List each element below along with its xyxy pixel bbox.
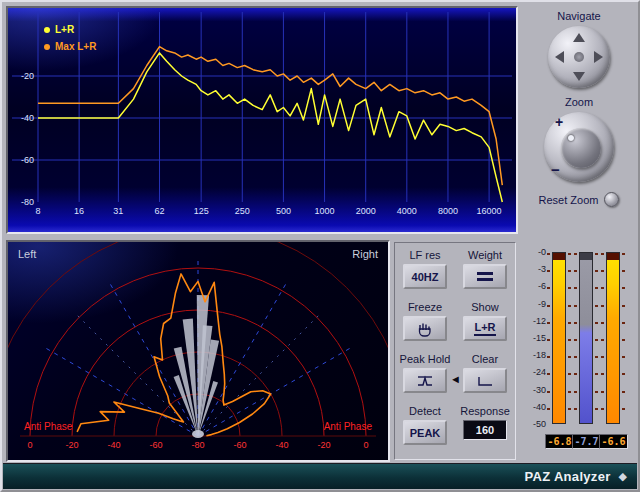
controls-panel: LF res 40HZ Weight Freeze Show L+R Peak … bbox=[394, 242, 516, 460]
phase-grid-radial bbox=[110, 284, 198, 436]
waves-logo-icon: ◆ bbox=[619, 470, 627, 483]
phase-axis-label: -20 bbox=[317, 440, 330, 450]
phase-axis-label: -40 bbox=[275, 440, 288, 450]
db-axis-label: -20 bbox=[12, 71, 34, 81]
db-axis-label: -80 bbox=[12, 197, 34, 207]
detect-button[interactable]: PEAK bbox=[403, 420, 447, 445]
legend-item-max-lr: Max L+R bbox=[44, 41, 96, 52]
navigate-zoom-section: Navigate Zoom + − Reset Zoom bbox=[522, 6, 636, 238]
freq-axis-label: 16 bbox=[74, 206, 84, 216]
meter-readout-left: -6.8 bbox=[545, 434, 574, 449]
spectrum-display: L+R Max L+R -20-40-60-80 816316212525050… bbox=[6, 6, 518, 234]
meter-scale-label: -6 bbox=[520, 281, 546, 291]
spectrum-trace bbox=[38, 47, 502, 186]
anti-phase-label-right: Anti Phase bbox=[324, 421, 372, 432]
navigate-up-icon[interactable] bbox=[573, 33, 585, 42]
freq-axis-label: 4000 bbox=[397, 206, 417, 216]
phase-grid-radial bbox=[198, 312, 322, 436]
peak-hold-label: Peak Hold bbox=[400, 353, 451, 365]
weight-label: Weight bbox=[468, 249, 502, 261]
legend-color-dot bbox=[44, 27, 50, 33]
paz-analyzer-window: L+R Max L+R -20-40-60-80 816316212525050… bbox=[0, 0, 640, 492]
meter-scale-label: -12 bbox=[520, 316, 546, 326]
freq-axis-label: 8 bbox=[35, 206, 40, 216]
freeze-button[interactable] bbox=[403, 316, 447, 341]
level-meter-mid bbox=[579, 252, 593, 424]
spectrum-legend: L+R Max L+R bbox=[44, 24, 96, 52]
meter-fill bbox=[553, 253, 565, 423]
freq-axis-label: 1000 bbox=[315, 206, 335, 216]
freq-axis-label: 2000 bbox=[356, 206, 376, 216]
phase-axis-label: -60 bbox=[233, 440, 246, 450]
show-label: Show bbox=[471, 301, 499, 313]
meter-scale-label: -24 bbox=[520, 367, 546, 377]
level-meter-right bbox=[606, 252, 620, 424]
phase-axis-label: 0 bbox=[27, 440, 32, 450]
zoom-knob-handle[interactable] bbox=[561, 128, 601, 168]
phase-center-glow bbox=[192, 430, 204, 438]
legend-label: L+R bbox=[55, 24, 74, 35]
weight-icon bbox=[477, 272, 493, 281]
freq-axis-label: 31 bbox=[113, 206, 123, 216]
phase-display: Left Right Anti Phase Anti Phase 0-20-40… bbox=[6, 240, 390, 462]
meter-readout-right: -6.6 bbox=[599, 434, 628, 449]
navigate-center-button[interactable] bbox=[574, 52, 584, 62]
clear-icon bbox=[475, 374, 495, 388]
phase-axis-label: 0 bbox=[363, 440, 368, 450]
phase-axis-label: -20 bbox=[65, 440, 78, 450]
navigate-label: Navigate bbox=[522, 10, 636, 22]
collapse-arrow-icon[interactable]: ◄ bbox=[450, 373, 461, 385]
phase-axis-label: -80 bbox=[191, 440, 204, 450]
navigate-pad[interactable] bbox=[548, 26, 610, 88]
navigate-down-icon[interactable] bbox=[573, 72, 585, 81]
lf-res-label: LF res bbox=[409, 249, 440, 261]
freq-axis-label: 500 bbox=[276, 206, 291, 216]
peak-hold-icon bbox=[415, 374, 435, 388]
weight-button[interactable] bbox=[463, 264, 507, 289]
db-axis-label: -40 bbox=[12, 113, 34, 123]
zoom-knob-marker bbox=[568, 135, 574, 141]
show-button[interactable]: L+R bbox=[463, 316, 507, 341]
spectrum-trace bbox=[38, 53, 502, 202]
meter-scale-label: -3 bbox=[520, 264, 546, 274]
title-bar: PAZ Analyzer ◆ bbox=[3, 463, 637, 489]
meter-scale-label: -18 bbox=[520, 350, 546, 360]
navigate-left-icon[interactable] bbox=[555, 51, 564, 63]
freq-axis-label: 125 bbox=[194, 206, 209, 216]
reset-zoom-label: Reset Zoom bbox=[539, 194, 599, 206]
reset-zoom-button[interactable] bbox=[604, 192, 619, 207]
meter-fill bbox=[607, 253, 619, 423]
response-label: Response bbox=[460, 405, 510, 417]
phase-left-label: Left bbox=[18, 248, 36, 260]
response-display[interactable]: 160 bbox=[463, 420, 507, 440]
zoom-out-icon[interactable]: − bbox=[551, 161, 560, 178]
zoom-label: Zoom bbox=[522, 96, 636, 108]
meter-fill bbox=[580, 253, 592, 423]
lf-res-button[interactable]: 40HZ bbox=[403, 264, 447, 289]
peak-hold-button[interactable] bbox=[403, 368, 447, 393]
clear-button[interactable] bbox=[463, 368, 507, 393]
freq-axis-label: 16000 bbox=[477, 206, 502, 216]
meter-readout-mid: -7.7 bbox=[572, 434, 601, 449]
legend-label: Max L+R bbox=[55, 41, 96, 52]
show-value: L+R bbox=[474, 322, 495, 336]
anti-phase-label-left: Anti Phase bbox=[24, 421, 72, 432]
meter-scale-label: -50 bbox=[520, 419, 546, 429]
meters-panel: -0-3-6-9-12-15-18-24-30-40-50 -6.8 -7.7 … bbox=[520, 242, 636, 460]
zoom-knob[interactable]: + − bbox=[544, 112, 614, 182]
meter-scale-label: -30 bbox=[520, 385, 546, 395]
freq-axis-label: 8000 bbox=[438, 206, 458, 216]
meter-scale-label: -9 bbox=[520, 299, 546, 309]
freq-axis-label: 250 bbox=[235, 206, 250, 216]
clear-label: Clear bbox=[472, 353, 498, 365]
legend-color-dot bbox=[44, 44, 50, 50]
navigate-right-icon[interactable] bbox=[594, 51, 603, 63]
legend-item-lr: L+R bbox=[44, 24, 96, 35]
response-value: 160 bbox=[476, 424, 494, 436]
zoom-in-icon[interactable]: + bbox=[555, 114, 563, 130]
plugin-title: PAZ Analyzer bbox=[525, 469, 611, 484]
phase-axis-label: -60 bbox=[149, 440, 162, 450]
detect-label: Detect bbox=[409, 405, 441, 417]
freeze-label: Freeze bbox=[408, 301, 442, 313]
db-axis-label: -60 bbox=[12, 155, 34, 165]
